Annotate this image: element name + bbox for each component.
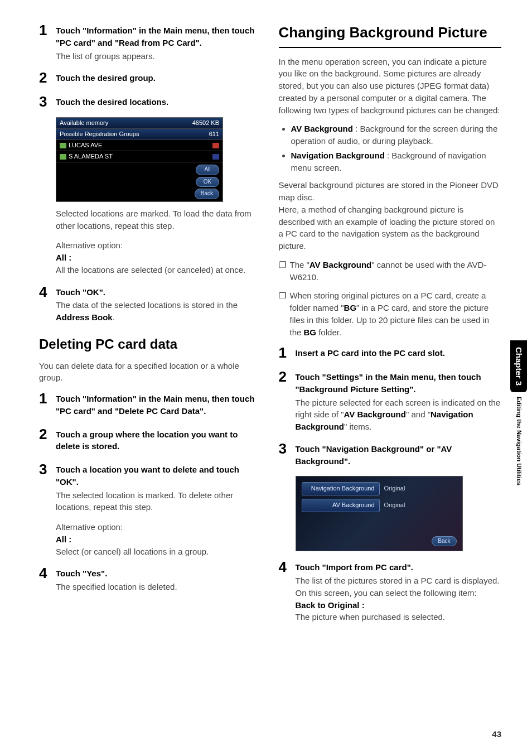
location-icon [60, 154, 66, 160]
step-3-touch-bg: 3 Touch "Navigation Background" or "AV B… [279, 441, 502, 469]
nav-background-value: Original [384, 484, 405, 493]
nav-background-button[interactable]: Navigation Background [302, 482, 380, 495]
step-number: 1 [39, 22, 56, 62]
memory-value: 46502 KB [192, 119, 219, 128]
step-text-2: On this screen, you can select the follo… [296, 587, 502, 599]
side-tab: Chapter 3 Editing the Navigation Utiliti… [510, 340, 528, 485]
delete-alt-block: Alternative option: All : Select (or can… [56, 521, 262, 557]
note-bg-folder: ❐ When storing original pictures on a PC… [279, 290, 502, 338]
note-marker-icon: ❐ [279, 290, 290, 338]
step-text: The data of the selected locations is st… [56, 299, 262, 324]
groups-value: 611 [209, 130, 219, 139]
back-button[interactable]: Back [195, 189, 219, 199]
location-name: S ALAMEDA ST [69, 153, 113, 160]
step-title: Touch "Information" in the Main menu, th… [56, 393, 262, 417]
step-text: The list of groups appears. [56, 50, 262, 62]
heading-deleting: Deleting PC card data [39, 335, 262, 354]
step-title: Touch a location you want to delete and … [56, 464, 262, 488]
step-title: Touch "Settings" in the Main menu, then … [296, 371, 502, 396]
step-number: 1 [39, 391, 56, 418]
ok-button[interactable]: OK [196, 177, 219, 187]
av-background-button[interactable]: AV Background [302, 499, 380, 512]
memory-row: Available memory 46502 KB [56, 118, 223, 129]
step-text: The specified location is deleted. [56, 581, 262, 593]
step-number: 4 [39, 284, 56, 324]
av-background-value: Original [384, 501, 405, 510]
step-number: 4 [39, 565, 56, 593]
back-button[interactable]: Back [432, 536, 456, 547]
bg-intro: In the menu operation screen, you can in… [279, 56, 502, 117]
all-button[interactable]: All [196, 165, 219, 175]
location-icon [60, 143, 66, 148]
alternative-label: Alternative option: [56, 239, 262, 252]
step-2-delete: 2 Touch a group where the location you w… [39, 426, 262, 454]
step-1-delete: 1 Touch "Information" in the Main menu, … [39, 391, 262, 418]
step-title: Touch the desired locations. [56, 96, 262, 108]
left-column: 1 Touch "Information" in the Main menu, … [39, 22, 262, 631]
step-text: The picture selected for each screen is … [296, 397, 502, 433]
mark-icon [212, 154, 219, 160]
step-4-import: 4 Touch "Import from PC card". The list … [279, 559, 502, 623]
chapter-tab: Chapter 3 [510, 340, 527, 392]
all-label: All : [56, 533, 262, 546]
step-number: 2 [279, 369, 296, 433]
step-number: 1 [279, 345, 296, 361]
step-4-yes: 4 Touch "Yes". The specified location is… [39, 565, 262, 593]
step-title: Insert a PC card into the PC card slot. [296, 347, 502, 359]
right-column: Changing Background Picture In the menu … [279, 22, 502, 631]
screenshot-memory-list: Available memory 46502 KB Possible Regis… [56, 117, 223, 202]
groups-label: Possible Registration Groups [60, 130, 139, 139]
step-1-insert: 1 Insert a PC card into the PC card slot… [279, 345, 502, 361]
step-1-read: 1 Touch "Information" in the Main menu, … [39, 22, 262, 62]
back-to-original-label: Back to Original : [296, 599, 502, 611]
bg-after-bullets: Several background pictures are stored i… [279, 179, 502, 252]
step-title: Touch a group where the location you wan… [56, 428, 262, 453]
step-text: The selected location is marked. To dele… [56, 489, 262, 514]
screenshot-bg-settings: Navigation Background Original AV Backgr… [296, 476, 463, 551]
chapter-subtitle: Editing the Navigation Utilities [514, 397, 523, 485]
step-3-locations: 3 Touch the desired locations. [39, 94, 262, 110]
location-name: LUCAS AVE [69, 142, 102, 148]
step-4-ok: 4 Touch "OK". The data of the selected l… [39, 284, 262, 324]
location-row-1[interactable]: LUCAS AVE [56, 140, 223, 151]
location-row-2[interactable]: S ALAMEDA ST [56, 151, 223, 162]
step-title: Touch "Import from PC card". [296, 561, 502, 574]
step-2-settings: 2 Touch "Settings" in the Main menu, the… [279, 369, 502, 433]
step-3-delete: 3 Touch a location you want to delete an… [39, 461, 262, 513]
step-number: 3 [279, 441, 296, 469]
step-title: Touch the desired group. [56, 72, 262, 84]
flag-icon [212, 143, 219, 148]
step-number: 3 [39, 94, 56, 110]
delete-intro: You can delete data for a specified loca… [39, 360, 262, 384]
step-number: 4 [279, 559, 296, 623]
step-2-group: 2 Touch the desired group. [39, 70, 262, 86]
all-text: Select (or cancel) all locations in a gr… [56, 546, 262, 558]
note-marker-icon: ❐ [279, 259, 290, 283]
step-title: Touch "Navigation Background" or "AV Bac… [296, 443, 502, 468]
selected-text: Selected locations are marked. To load t… [56, 208, 262, 232]
page-number: 43 [492, 728, 501, 740]
all-text: All the locations are selected (or cance… [56, 264, 262, 276]
bg-types-list: AV Background : Background for the scree… [287, 123, 502, 174]
list-item: AV Background : Background for the scree… [291, 123, 502, 147]
step-number: 2 [39, 70, 56, 86]
list-item: Navigation Background : Background of na… [291, 150, 502, 174]
alternative-block: Alternative option: All : All the locati… [56, 239, 262, 276]
back-to-original-text: The picture when purchased is selected. [296, 611, 502, 623]
alternative-label: Alternative option: [56, 521, 262, 533]
step-title: Touch "Information" in the Main menu, th… [56, 25, 262, 49]
selected-note: Selected locations are marked. To load t… [56, 208, 262, 232]
groups-row: Possible Registration Groups 611 [56, 129, 223, 140]
note-av-restriction: ❐ The "AV Background" cannot be used wit… [279, 259, 502, 283]
step-title: Touch "Yes". [56, 567, 262, 580]
step-number: 3 [39, 461, 56, 513]
step-text-1: The list of the pictures stored in a PC … [296, 575, 502, 587]
step-number: 2 [39, 426, 56, 454]
heading-changing-bg: Changing Background Picture [279, 22, 502, 48]
step-title: Touch "OK". [56, 286, 262, 298]
memory-label: Available memory [60, 119, 108, 128]
all-label: All : [56, 252, 262, 264]
